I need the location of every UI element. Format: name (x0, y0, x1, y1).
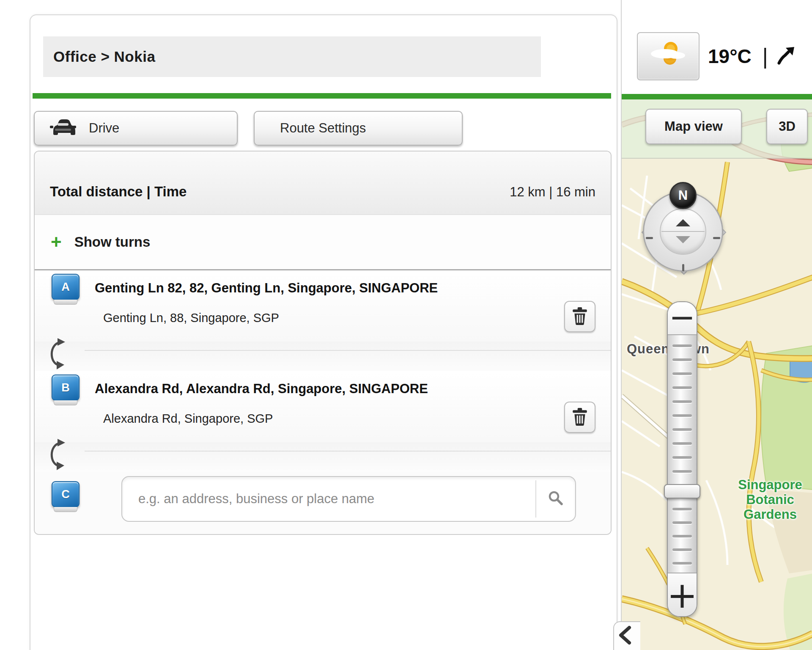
zoom-tick (672, 562, 692, 565)
waypoint-row-a: A Genting Ln 82, 82, Genting Ln, Singapo… (35, 270, 611, 342)
trash-icon (572, 407, 588, 427)
waypoint-c-letter: C (61, 488, 70, 501)
weather-bar: 19°C | (622, 0, 812, 94)
total-distance-label: Total distance | Time (50, 184, 187, 200)
search-icon (547, 489, 565, 509)
search-submit-button[interactable] (535, 480, 575, 518)
zoom-tick (672, 470, 692, 473)
app-window: Office > Nokia Drive Route Settings Tota… (0, 0, 812, 650)
partly-cloudy-icon (649, 41, 688, 71)
weather-separator: | (763, 44, 768, 69)
weather-summary: 19°C | (708, 32, 796, 80)
zoom-tick (672, 372, 692, 375)
chevron-left-icon (614, 622, 638, 650)
waypoint-row-c: C (35, 472, 611, 534)
show-turns-button[interactable]: + Show turns (35, 215, 611, 270)
waypoint-b-subtitle: Alexandra Rd, Singapore, SGP (103, 412, 273, 426)
waypoint-a-letter: A (61, 281, 70, 294)
zoom-slider[interactable]: − + (667, 301, 697, 617)
zoom-slider-handle[interactable] (664, 484, 700, 499)
delete-waypoint-b-button[interactable] (564, 402, 595, 433)
compass-control[interactable]: N (643, 182, 723, 273)
waypoint-row-b: B Alexandra Rd, Alexandra Rd, Singapore,… (35, 371, 611, 442)
collapse-panel-button[interactable] (613, 621, 640, 650)
map-view-label: Map view (664, 119, 723, 134)
compass-east-tick (713, 237, 720, 239)
zoom-tick (672, 428, 692, 431)
zoom-tick (672, 386, 692, 389)
zoom-tick (672, 508, 692, 510)
route-summary-row: Total distance | Time 12 km | 16 min (35, 151, 611, 215)
show-turns-label: Show turns (74, 234, 151, 250)
three-d-label: 3D (779, 119, 796, 134)
zoom-tick (672, 442, 692, 445)
zoom-tick (672, 344, 692, 347)
expand-plus-icon: + (51, 233, 62, 251)
zoom-tick (672, 521, 692, 524)
breadcrumb[interactable]: Office > Nokia (43, 36, 541, 77)
zoom-tick (672, 535, 692, 537)
delete-waypoint-a-button[interactable] (564, 301, 595, 332)
compass-west-tick (646, 237, 653, 239)
destination-search-input[interactable] (122, 477, 528, 521)
waypoint-a-subtitle: Genting Ln, 88, Singapore, SGP (103, 311, 279, 325)
map-panel: 19°C | (621, 0, 812, 650)
drive-button-label: Drive (89, 121, 119, 136)
zoom-tick (672, 414, 692, 417)
waypoint-b-letter: B (61, 381, 70, 394)
waypoint-c-badge: C (52, 481, 80, 507)
panel-accent-divider (33, 93, 611, 99)
map-label-park: Singapore Botanic Gardens (727, 477, 812, 522)
route-details-box: Total distance | Time 12 km | 16 min + S… (34, 151, 612, 535)
zoom-tick (672, 358, 692, 361)
waypoint-divider (85, 451, 611, 452)
waypoint-b-title: Alexandra Rd, Alexandra Rd, Singapore, S… (95, 381, 428, 397)
flight-arrow-icon (776, 45, 796, 67)
total-distance-value: 12 km | 16 min (510, 185, 595, 200)
map-accent-divider (622, 94, 812, 99)
three-d-button[interactable]: 3D (766, 109, 808, 144)
tilt-down-arrow[interactable] (676, 236, 690, 243)
zoom-tick (672, 456, 692, 459)
breadcrumb-text: Office > Nokia (53, 48, 155, 65)
drive-button[interactable]: Drive (34, 111, 238, 146)
temperature-value: 19°C (708, 45, 752, 68)
route-panel: Office > Nokia Drive Route Settings Tota… (30, 14, 617, 650)
north-label: N (678, 188, 688, 203)
zoom-tick (672, 400, 692, 403)
waypoint-a-badge: A (52, 274, 80, 300)
waypoint-a-title: Genting Ln 82, 82, Genting Ln, Singapore… (95, 281, 438, 296)
waypoint-divider (85, 350, 611, 351)
zoom-in-button[interactable]: + (668, 573, 697, 616)
swap-waypoints-icon[interactable] (43, 336, 69, 372)
car-icon (49, 118, 77, 139)
north-button[interactable]: N (669, 182, 697, 209)
zoom-tick (672, 548, 692, 551)
destination-search-box (121, 476, 576, 522)
route-settings-label: Route Settings (280, 121, 366, 136)
route-settings-button[interactable]: Route Settings (254, 111, 463, 146)
swap-divider-row-1 (35, 342, 611, 371)
zoom-out-button[interactable]: − (668, 302, 697, 335)
weather-button[interactable] (637, 32, 700, 80)
trash-icon (572, 306, 588, 327)
waypoint-b-badge: B (52, 375, 80, 401)
swap-waypoints-icon[interactable] (43, 436, 69, 473)
tilt-divider (661, 231, 705, 232)
tilt-up-arrow[interactable] (676, 219, 690, 226)
swap-divider-row-2 (35, 442, 611, 472)
compass-south-tick (682, 264, 684, 271)
map-view-button[interactable]: Map view (645, 109, 742, 144)
map-viewport[interactable]: Map view 3D Queenstown Singapore Botanic… (622, 99, 812, 650)
